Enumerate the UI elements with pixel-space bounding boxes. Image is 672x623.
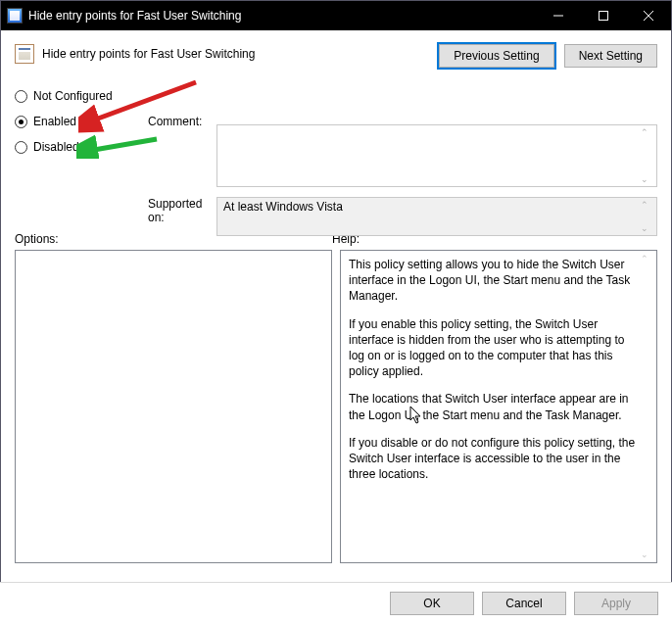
policy-title: Hide entry points for Fast User Switchin… bbox=[42, 47, 255, 61]
policy-icon bbox=[15, 44, 34, 64]
radio-icon bbox=[15, 90, 27, 103]
help-pane[interactable]: This policy setting allows you to hide t… bbox=[340, 250, 657, 563]
help-paragraph: This policy setting allows you to hide t… bbox=[349, 257, 637, 305]
help-paragraph: If you enable this policy setting, the S… bbox=[349, 316, 637, 380]
svg-rect-1 bbox=[600, 12, 608, 21]
window-title: Hide entry points for Fast User Switchin… bbox=[28, 9, 241, 23]
radio-not-configured[interactable]: Not Configured bbox=[15, 85, 657, 107]
maximize-button[interactable] bbox=[581, 1, 626, 30]
titlebar[interactable]: Hide entry points for Fast User Switchin… bbox=[1, 1, 671, 30]
options-pane[interactable] bbox=[15, 250, 332, 563]
policy-window-icon bbox=[7, 8, 23, 24]
options-label: Options: bbox=[15, 232, 59, 246]
scroll-indicator: ⌃⌄ bbox=[641, 200, 654, 233]
ok-button[interactable]: OK bbox=[390, 592, 474, 615]
dialog-content: Hide entry points for Fast User Switchin… bbox=[1, 30, 671, 573]
dialog-footer: OK Cancel Apply bbox=[0, 582, 672, 623]
previous-setting-button[interactable]: Previous Setting bbox=[439, 44, 553, 68]
close-button[interactable] bbox=[626, 1, 671, 30]
next-setting-button[interactable]: Next Setting bbox=[564, 44, 657, 68]
cancel-button[interactable]: Cancel bbox=[482, 592, 566, 615]
radio-icon bbox=[15, 141, 27, 154]
radio-label: Not Configured bbox=[33, 89, 113, 103]
comment-textarea[interactable]: ⌃⌄ bbox=[216, 124, 657, 187]
apply-button[interactable]: Apply bbox=[574, 592, 658, 615]
help-paragraph: The locations that Switch User interface… bbox=[349, 391, 637, 422]
comment-label: Comment: bbox=[148, 115, 216, 128]
radio-icon bbox=[15, 116, 27, 128]
scroll-indicator: ⌃⌄ bbox=[641, 127, 654, 184]
supported-on-value: At least Windows Vista bbox=[223, 200, 343, 214]
scroll-indicator: ⌃⌄ bbox=[641, 253, 654, 560]
help-paragraph: If you disable or do not configure this … bbox=[349, 435, 637, 483]
supported-on-box: At least Windows Vista ⌃⌄ bbox=[216, 197, 657, 236]
supported-on-label: Supported on: bbox=[148, 197, 216, 224]
minimize-button[interactable] bbox=[536, 1, 581, 30]
radio-label: Disabled bbox=[33, 140, 79, 154]
radio-label: Enabled bbox=[33, 115, 76, 128]
